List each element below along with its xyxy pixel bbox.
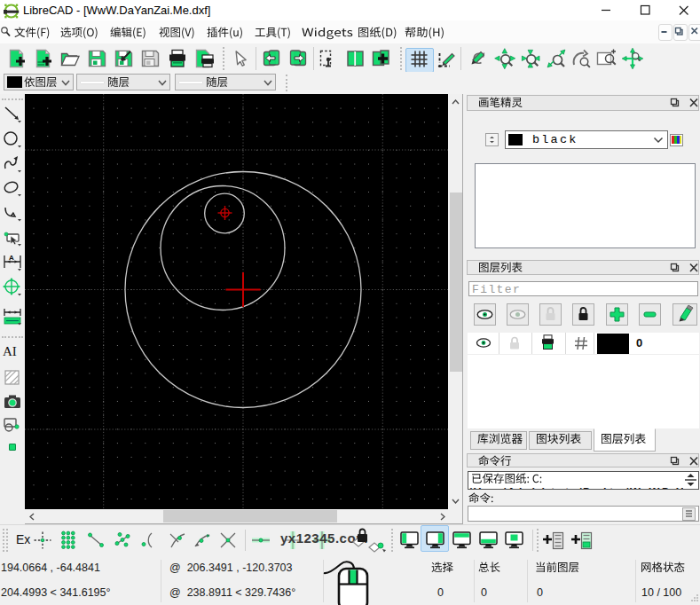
svg-text:A: A [9,254,14,262]
